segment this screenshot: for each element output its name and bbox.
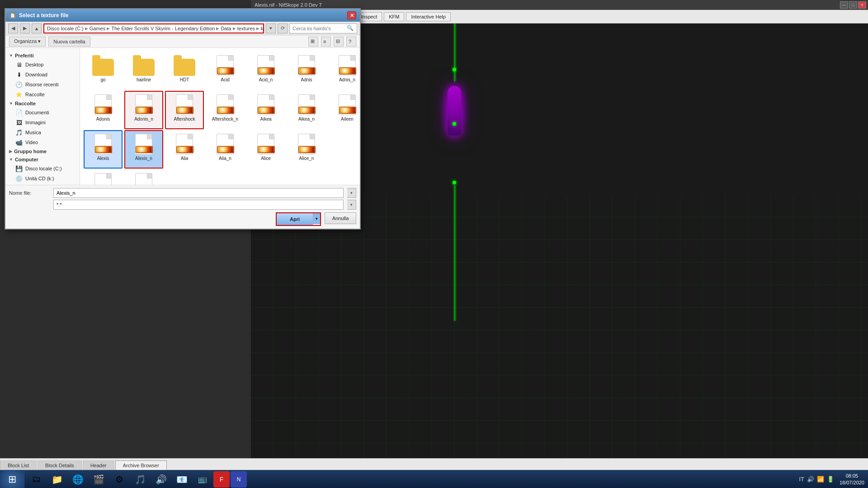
maximize-button[interactable]: □ (849, 1, 857, 9)
sidebar-label-documenti: Documenti (25, 110, 49, 115)
tab-archive-browser[interactable]: Archive Browser (115, 460, 167, 470)
file-item-acid[interactable]: Acid (206, 52, 245, 90)
dialog-addressbar: ◀ ▶ ▲ Disco locale (C:) ▶ Games ▶ The El… (5, 22, 360, 35)
file-item-go[interactable]: go (84, 52, 123, 90)
interactive-help-button[interactable]: Interactive Help (406, 12, 450, 21)
taskbar: ⊞ 🗂 📁 🌐 🎬 ⚙ 🎵 🔊 📧 📺 F N IT 🔊 📶 🔋 08:05 (0, 470, 868, 488)
taskbar-app-folder[interactable]: 📁 (47, 471, 67, 488)
sidebar-section-gruppo[interactable]: ▶ Gruppo home (5, 147, 80, 155)
sidebar-item-download[interactable]: ⬇ Download (5, 70, 80, 80)
file-icon-aikea (255, 94, 277, 115)
filetype-input[interactable] (53, 200, 344, 210)
file-item-alia[interactable]: Alia (165, 130, 204, 169)
file-item-more3[interactable] (124, 169, 163, 185)
minimize-button[interactable]: — (840, 1, 848, 9)
dialog-close-button[interactable]: ✕ (347, 11, 356, 19)
desktop-icon: 🖥 (15, 61, 23, 68)
empty-cell-2 (328, 130, 360, 169)
file-item-more2[interactable] (84, 169, 123, 185)
file-item-alexis[interactable]: Alexis (84, 130, 123, 169)
file-item-aftershock[interactable]: Aftershock (165, 91, 204, 129)
sidebar-item-desktop[interactable]: 🖥 Desktop (5, 60, 80, 70)
bc-textures[interactable]: textures (237, 26, 255, 31)
help-button[interactable]: ? (346, 37, 356, 47)
sidebar-item-immagini[interactable]: 🖼 Immagini (5, 117, 80, 127)
file-item-alexis-n[interactable]: Alexis_n (124, 130, 163, 169)
taskbar-app-browser[interactable]: 🌐 (68, 471, 88, 488)
file-item-acid-n[interactable]: Acid_n (246, 52, 285, 90)
file-item-aftershock-n[interactable]: Aftershock_n (206, 91, 245, 129)
open-button[interactable]: Apri (277, 213, 313, 225)
taskbar-app-music[interactable]: 🎵 (130, 471, 150, 488)
search-input[interactable] (292, 26, 347, 31)
taskbar-app-email[interactable]: 📧 (172, 471, 192, 488)
file-item-adnis-n[interactable]: Adnis_n (328, 52, 360, 90)
sidebar-label-recent: Risorse recenti (25, 82, 58, 87)
view-details-button[interactable]: ⊟ (334, 37, 344, 47)
sidebar-item-collections[interactable]: ⭐ Raccolte (5, 89, 80, 99)
bc-data[interactable]: Data (221, 26, 231, 31)
disco-locale-icon: 💾 (15, 165, 23, 172)
sidebar-item-documenti[interactable]: 📄 Documenti (5, 108, 80, 117)
taskbar-app-media[interactable]: 🎬 (89, 471, 108, 488)
file-item-alia-n[interactable]: Alia_n (206, 130, 245, 169)
sidebar-item-video[interactable]: 📹 Video (5, 137, 80, 147)
taskbar-app-tv[interactable]: 📺 (193, 471, 212, 488)
sidebar-section-preferiti[interactable]: ▼ Preferiti (5, 52, 80, 60)
file-item-aikea-n[interactable]: Aikea_n (287, 91, 326, 129)
sidebar-section-computer[interactable]: ▼ Computer (5, 155, 80, 164)
file-item-aikea[interactable]: Aikea (246, 91, 285, 129)
view-list-button[interactable]: ≡ (321, 37, 331, 47)
bc-tes5[interactable]: The Elder Scrolls V Skyrim - Legendary E… (111, 26, 215, 31)
file-label-adnis: Adnis (301, 77, 312, 83)
bc-games[interactable]: Games (90, 26, 105, 31)
file-item-adnis[interactable]: Adnis (287, 52, 326, 90)
close-button[interactable]: ✕ (858, 1, 866, 9)
file-label-aikea-n: Aikea_n (298, 117, 315, 122)
sidebar-section-raccolte[interactable]: ▼ Raccolte (5, 99, 80, 108)
refresh-button[interactable]: ⟳ (278, 23, 288, 33)
search-icon[interactable]: 🔍 (347, 25, 354, 32)
forward-button[interactable]: ▶ (20, 23, 30, 33)
filetype-dropdown[interactable]: ▾ (347, 200, 356, 210)
file-item-adonis[interactable]: Adonis (84, 91, 123, 129)
new-folder-button[interactable]: Nuova cartella (48, 37, 90, 47)
taskbar-app-nifskope[interactable]: N (231, 471, 247, 488)
filename-dropdown[interactable]: ▾ (347, 188, 356, 198)
up-button[interactable]: ▲ (32, 23, 42, 33)
kfm-button[interactable]: KFM (384, 12, 404, 21)
back-button[interactable]: ◀ (8, 23, 18, 33)
file-label-go: go (100, 77, 105, 83)
dialog-bottom: Nome file: ▾ ▾ Apri ▾ Annulla (5, 185, 360, 229)
taskbar-app-red[interactable]: F (213, 471, 230, 488)
bc-disco-locale[interactable]: Disco locale (C:) (47, 26, 84, 31)
organise-button[interactable]: Organizza ▾ (9, 37, 46, 47)
sidebar-section-label-gruppo: Gruppo home (14, 149, 47, 154)
taskbar-app-explorer[interactable]: 🗂 (26, 471, 46, 488)
tab-blockdetails[interactable]: Block Details (38, 460, 82, 470)
open-button-arrow[interactable]: ▾ (313, 213, 320, 224)
dropdown-button[interactable]: ▾ (266, 23, 276, 33)
tray-icon-lang: IT (799, 476, 804, 483)
taskbar-app-settings[interactable]: ⚙ (109, 471, 129, 488)
view-large-icons-button[interactable]: ⊞ (308, 37, 318, 47)
sidebar-item-recent[interactable]: 🕐 Risorse recenti (5, 80, 80, 89)
cancel-button[interactable]: Annulla (325, 212, 356, 224)
tab-blocklist[interactable]: Block List (0, 460, 37, 470)
taskbar-app-volume[interactable]: 🔊 (151, 471, 171, 488)
bc-hairdos[interactable]: ks hairdo's (261, 26, 264, 31)
file-item-hdt[interactable]: HDT (165, 52, 204, 90)
file-item-alice-n[interactable]: Alice_n (287, 130, 326, 169)
file-item-hairline[interactable]: hairline (124, 52, 163, 90)
file-item-alice[interactable]: Alice (246, 130, 285, 169)
sidebar-item-musica[interactable]: 🎵 Musica (5, 127, 80, 137)
start-button[interactable]: ⊞ (0, 470, 24, 488)
file-item-adonis-n[interactable]: Adonis_n (124, 91, 163, 129)
tab-header[interactable]: Header (83, 460, 114, 470)
filename-input[interactable] (53, 188, 344, 198)
file-item-aileen[interactable]: Aileen (328, 91, 360, 129)
sidebar-item-disco-locale[interactable]: 💾 Disco locale (C:) (5, 164, 80, 174)
files-grid: go hairline HDT (82, 50, 358, 185)
sidebar-item-cd-drive[interactable]: 💿 Unità CD (k:) (5, 174, 80, 183)
file-label-alexis-n: Alexis_n (135, 156, 152, 161)
